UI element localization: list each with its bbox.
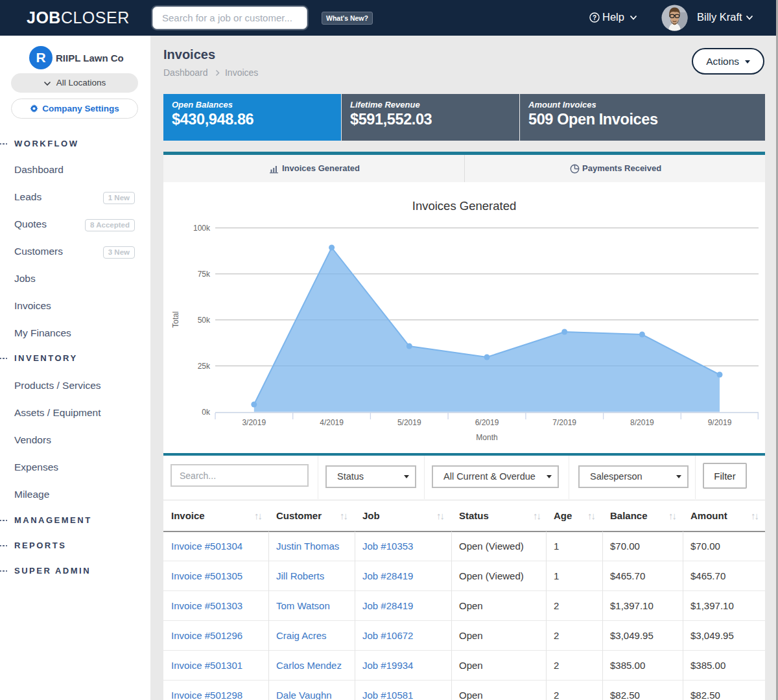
- svg-text:6/2019: 6/2019: [475, 418, 499, 427]
- svg-text:50k: 50k: [198, 316, 211, 325]
- svg-text:8/2019: 8/2019: [630, 418, 654, 427]
- svg-text:Invoices Generated: Invoices Generated: [412, 199, 516, 213]
- svg-text:?: ?: [593, 14, 596, 21]
- svg-text:75k: 75k: [198, 270, 211, 279]
- svg-text:4/2019: 4/2019: [320, 418, 344, 427]
- svg-text:100k: 100k: [193, 224, 211, 233]
- svg-text:0k: 0k: [202, 408, 211, 417]
- svg-text:9/2019: 9/2019: [708, 418, 732, 427]
- svg-text:3/2019: 3/2019: [242, 418, 266, 427]
- svg-text:5/2019: 5/2019: [397, 418, 421, 427]
- svg-text:Month: Month: [476, 433, 497, 442]
- svg-text:25k: 25k: [198, 362, 211, 371]
- svg-text:Total: Total: [171, 311, 180, 327]
- svg-text:7/2019: 7/2019: [552, 418, 576, 427]
